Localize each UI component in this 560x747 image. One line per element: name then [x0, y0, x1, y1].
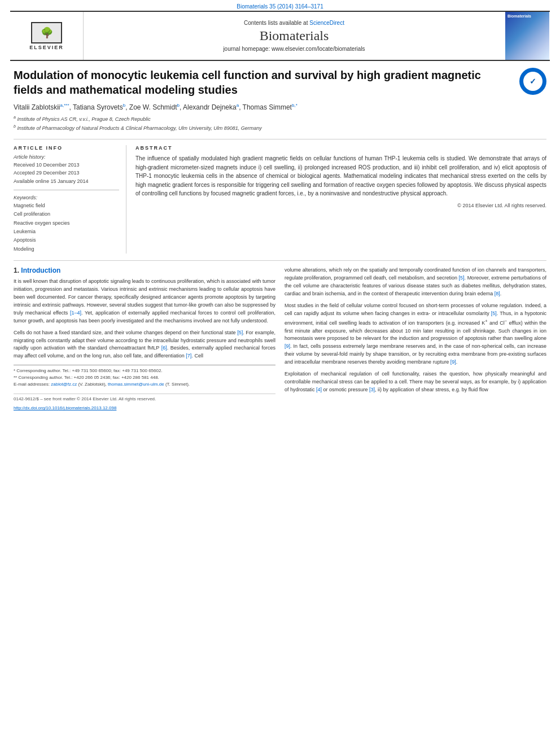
received-date: Received 10 December 2013	[14, 161, 119, 169]
keyword-magnetic-field: Magnetic field	[14, 202, 119, 210]
body-right-col: volume alterations, which rely on the sp…	[285, 267, 546, 412]
section1-para3: volume alterations, which rely on the sp…	[285, 267, 546, 298]
article-info-col: ARTICLE INFO Article history: Received 1…	[14, 145, 126, 254]
journal-homepage: journal homepage: www.elsevier.com/locat…	[223, 46, 365, 52]
info-abstract-section: ARTICLE INFO Article history: Received 1…	[14, 139, 546, 254]
keyword-ros: Reactive oxygen species	[14, 219, 119, 228]
elsevier-tree-icon: 🌳	[31, 22, 62, 43]
abstract-col: ABSTRACT The influence of spatially modu…	[135, 145, 546, 254]
citation-text: Biomaterials 35 (2014) 3164–3171	[237, 3, 323, 10]
sciencedirect-link[interactable]: ScienceDirect	[309, 20, 344, 26]
affiliations: a Institute of Physics AS CR, v.v.i., Pr…	[14, 115, 546, 132]
footnotes-section: * Corresponding author. Tel.: +49 731 50…	[14, 365, 275, 388]
available-date: Available online 15 January 2014	[14, 177, 119, 185]
abstract-heading: ABSTRACT	[135, 145, 546, 151]
keyword-modeling: Modeling	[14, 245, 119, 254]
footnote-1: * Corresponding author. Tel.: +49 731 50…	[14, 368, 275, 374]
body-two-col: 1. Introduction It is well known that di…	[14, 267, 546, 412]
crossmark-badge: ✓	[519, 68, 546, 95]
keyword-apoptosis: Apoptosis	[14, 236, 119, 244]
copyright-line: © 2014 Elsevier Ltd. All rights reserved…	[135, 203, 546, 208]
section1-para1: It is well known that disruption of apop…	[14, 278, 275, 325]
keyword-leukemia: Leukemia	[14, 228, 119, 236]
section1-title: 1. Introduction	[14, 267, 275, 274]
journal-title: Biomaterials	[260, 28, 329, 43]
section1-para4: Most studies in the field of cellular vo…	[285, 302, 546, 367]
keywords-label: Keywords:	[14, 195, 119, 200]
page: Biomaterials 35 (2014) 3164–3171 🌳 ELSEV…	[0, 0, 560, 747]
footnote-email: E-mail addresses: zablot@fz.cz (V. Zablo…	[14, 381, 275, 388]
info-divider	[14, 190, 119, 190]
journal-header: 🌳 ELSEVIER Contents lists available at S…	[10, 11, 550, 61]
affiliation-b: Institute of Pharmacology of Natural Pro…	[17, 125, 261, 131]
body-left-col: 1. Introduction It is well known that di…	[14, 267, 275, 412]
footnote-2: ** Corresponding author. Tel.: +420 266 …	[14, 374, 275, 381]
article-info-heading: ARTICLE INFO	[14, 145, 119, 151]
citation-bar: Biomaterials 35 (2014) 3164–3171	[0, 0, 560, 11]
accepted-date: Accepted 29 December 2013	[14, 169, 119, 177]
sciencedirect-line: Contents lists available at ScienceDirec…	[244, 20, 344, 26]
journal-logo-section: 🌳 ELSEVIER	[10, 12, 84, 60]
journal-title-section: Contents lists available at ScienceDirec…	[84, 12, 505, 60]
doi-link[interactable]: http://dx.doi.org/10.1016/j.biomaterials…	[14, 405, 116, 410]
keyword-cell-proliferation: Cell proliferation	[14, 210, 119, 219]
issn-text: 0142-9612/$ – see front matter © 2014 El…	[14, 396, 156, 401]
article-content: Modulation of monocytic leukemia cell fu…	[0, 61, 560, 418]
bottom-bar: 0142-9612/$ – see front matter © 2014 El…	[14, 394, 275, 401]
cover-title-text: Biomaterials	[508, 14, 547, 18]
journal-cover: Biomaterials	[505, 12, 550, 60]
title-text: Modulation of monocytic leukemia cell fu…	[14, 69, 481, 96]
article-title: Modulation of monocytic leukemia cell fu…	[14, 68, 546, 97]
history-label: Article history:	[14, 154, 119, 160]
section1-number: 1.	[14, 267, 19, 274]
crossmark-icon: ✓	[523, 72, 542, 91]
section1-para2: Cells do not have a fixed standard size,…	[14, 329, 275, 361]
article-body: 1. Introduction It is well known that di…	[14, 260, 546, 412]
article-dates: Received 10 December 2013 Accepted 29 De…	[14, 161, 119, 185]
affiliation-a: Institute of Physics AS CR, v.v.i., Prag…	[17, 116, 150, 122]
sciencedirect-text: Contents lists available at	[244, 20, 308, 26]
section1-title-text: Introduction	[21, 267, 60, 274]
section1-para5: Exploitation of mechanical regulation of…	[285, 370, 546, 394]
keywords-section: Keywords: Magnetic field Cell proliferat…	[14, 195, 119, 254]
journal-cover-image: Biomaterials	[505, 12, 549, 60]
authors-line: Vitalii Zablotskiia,***, Tatiana Syrovet…	[14, 103, 546, 111]
abstract-text: The influence of spatially modulated hig…	[135, 154, 546, 198]
elsevier-label: ELSEVIER	[29, 45, 64, 50]
